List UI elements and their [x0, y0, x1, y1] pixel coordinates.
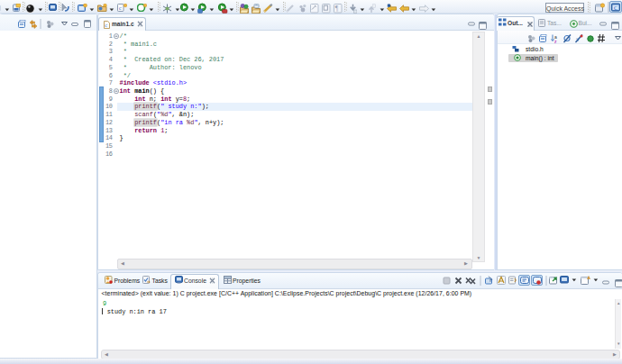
svg-text:c: c — [105, 22, 107, 28]
svg-text:¶: ¶ — [335, 4, 339, 12]
svg-text:C: C — [614, 5, 617, 11]
svg-text:c: c — [119, 5, 122, 11]
